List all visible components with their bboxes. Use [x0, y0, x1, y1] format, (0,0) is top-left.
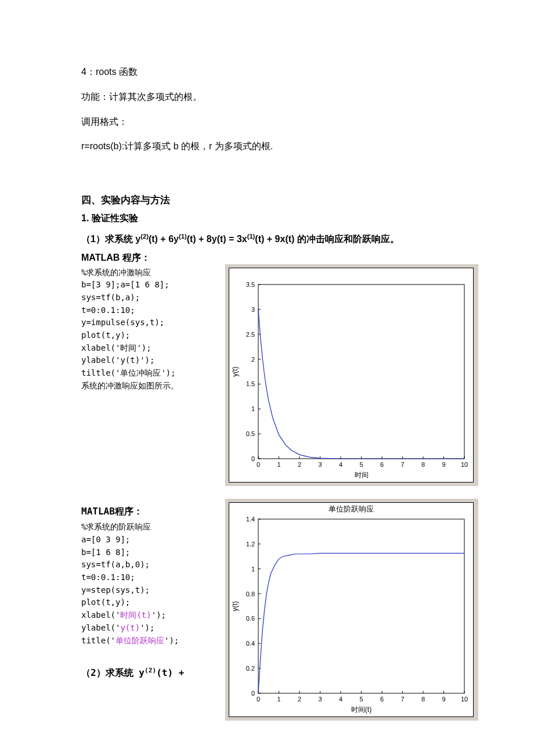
- svg-text:10: 10: [461, 696, 468, 703]
- chart-impulse: 01234567891000.511.522.533.5时间y(t): [229, 268, 474, 483]
- svg-text:y(t): y(t): [231, 366, 239, 376]
- code2-line: a=[0 3 9];: [81, 534, 215, 546]
- svg-text:3: 3: [251, 305, 255, 312]
- eq-b: (t) + 6y: [149, 235, 179, 244]
- code1-line: xlabel('时间');: [81, 342, 215, 355]
- svg-text:1: 1: [251, 405, 255, 412]
- eq-c: (t) + 8y(t) = 3x: [187, 235, 247, 244]
- eq-y: y: [135, 235, 140, 244]
- svg-text:0.5: 0.5: [246, 430, 255, 437]
- svg-text:0.6: 0.6: [246, 615, 255, 622]
- eq-d: (t) + 9x(t): [255, 235, 294, 244]
- code1-line: b=[3 9];a=[1 6 8];: [81, 279, 215, 291]
- chart1-svg: 01234567891000.511.522.533.5时间y(t): [229, 279, 473, 482]
- code2-line: xlabel('时间(t)');: [81, 609, 215, 622]
- problem2-sup: (2): [145, 667, 156, 674]
- eq-sup3: (1): [247, 233, 255, 240]
- chart-step: 单位阶跃响应 01234567891000.20.40.60.811.21.4时…: [229, 502, 474, 717]
- subsection-1: 1. 验证性实验: [81, 213, 459, 225]
- row-impulse: %求系统的冲激响应 b=[3 9];a=[1 6 8]; sys=tf(b,a)…: [81, 267, 459, 486]
- svg-text:0.8: 0.8: [246, 590, 255, 597]
- svg-text:9: 9: [442, 696, 445, 703]
- svg-text:7: 7: [400, 696, 404, 703]
- svg-text:1.4: 1.4: [246, 516, 255, 523]
- svg-text:3.5: 3.5: [246, 281, 255, 288]
- row-step: MATLAB程序： %求系统的阶跃响应a=[0 3 9];b=[1 6 8];s…: [81, 501, 459, 721]
- chart-step-wrapper: 单位阶跃响应 01234567891000.20.40.60.811.21.4时…: [225, 499, 478, 721]
- chart2-title: 单位阶跃响应: [229, 503, 473, 513]
- svg-text:10: 10: [461, 461, 468, 468]
- svg-text:0: 0: [257, 461, 260, 468]
- svg-text:4: 4: [339, 696, 342, 703]
- svg-text:1: 1: [277, 696, 280, 703]
- svg-text:3: 3: [318, 696, 322, 703]
- code1-line: sys=tf(b,a);: [81, 291, 215, 304]
- code1-line: %求系统的冲激响应: [81, 267, 215, 279]
- code1-line: 系统的冲激响应如图所示。: [81, 380, 215, 393]
- chart1-title: [229, 268, 473, 279]
- svg-text:时间: 时间: [355, 471, 369, 479]
- problem-2: （2）求系统 y(2)(t) +: [81, 665, 215, 681]
- svg-text:1: 1: [251, 565, 255, 572]
- svg-text:y(t): y(t): [231, 601, 239, 611]
- svg-text:4: 4: [339, 461, 342, 468]
- svg-text:1: 1: [277, 461, 280, 468]
- matlab-label-1: MATLAB 程序：: [81, 252, 459, 264]
- svg-text:2.5: 2.5: [246, 330, 255, 337]
- para-roots-title: 4：roots 函数: [81, 64, 459, 81]
- para-roots-format: 调用格式：: [81, 114, 459, 131]
- section-heading-4: 四、实验内容与方法: [81, 193, 459, 207]
- code2-line: plot(t,y);: [81, 596, 215, 609]
- svg-text:2: 2: [251, 355, 255, 362]
- svg-text:0: 0: [251, 690, 255, 697]
- eq-sup2: (1): [179, 233, 187, 240]
- code-block-1: %求系统的冲激响应 b=[3 9];a=[1 6 8]; sys=tf(b,a)…: [81, 267, 215, 393]
- svg-text:7: 7: [400, 461, 404, 468]
- svg-text:1.2: 1.2: [246, 540, 255, 547]
- svg-text:1.5: 1.5: [246, 380, 255, 387]
- chart2-svg: 01234567891000.20.40.60.811.21.4时间(t)y(t…: [229, 513, 473, 717]
- eq-sup1: (2): [140, 233, 149, 240]
- problem2-suffix: (t) +: [156, 668, 184, 679]
- svg-text:2: 2: [298, 696, 301, 703]
- svg-text:8: 8: [421, 461, 425, 468]
- svg-text:8: 8: [421, 696, 425, 703]
- para-roots-desc: r=roots(b):计算多项式 b 的根，r 为多项式的根.: [81, 138, 459, 155]
- svg-text:5: 5: [359, 461, 363, 468]
- svg-text:0.4: 0.4: [246, 640, 255, 647]
- code1-line: tiltle('单位冲响应');: [81, 367, 215, 380]
- svg-rect-0: [258, 285, 464, 459]
- svg-text:6: 6: [380, 461, 384, 468]
- matlab-label-2: MATLAB程序：: [81, 505, 215, 519]
- code2-line: t=0:0.1:10;: [81, 571, 215, 584]
- code1-line: t=0:0.1:10;: [81, 304, 215, 317]
- code2-line: y=step(sys,t);: [81, 584, 215, 597]
- svg-text:0: 0: [257, 696, 260, 703]
- chart-impulse-wrapper: 01234567891000.511.522.533.5时间y(t): [225, 264, 478, 486]
- code2-line: ylabel('y(t)');: [81, 622, 215, 635]
- code1-line: plot(t,y);: [81, 329, 215, 342]
- problem2-prefix: （2）求系统 y: [81, 668, 145, 679]
- code-block-2: MATLAB程序： %求系统的阶跃响应a=[0 3 9];b=[1 6 8];s…: [81, 501, 215, 681]
- svg-text:3: 3: [318, 461, 322, 468]
- code2-line: sys=tf(a,b,0);: [81, 559, 215, 571]
- code2-line: b=[1 6 8];: [81, 546, 215, 559]
- svg-text:0: 0: [251, 455, 255, 462]
- problem-1: （1）求系统 y(2)(t) + 6y(1)(t) + 8y(t) = 3x(1…: [81, 233, 459, 246]
- svg-text:0.2: 0.2: [246, 665, 255, 672]
- code2-line: title('单位阶跃响应');: [81, 635, 215, 647]
- svg-text:2: 2: [298, 461, 301, 468]
- problem1-prefix: （1）求系统: [81, 235, 135, 244]
- code1-line: y=impulse(sys,t);: [81, 316, 215, 329]
- svg-rect-41: [258, 519, 464, 693]
- document-page: 4：roots 函数 功能：计算其次多项式的根。 调用格式： r=roots(b…: [0, 0, 534, 744]
- svg-text:9: 9: [442, 461, 445, 468]
- code2-line: %求系统的阶跃响应: [81, 521, 215, 534]
- code1-line: ylabel('y(t)');: [81, 354, 215, 367]
- svg-text:5: 5: [359, 696, 363, 703]
- problem1-suffix: 的冲击响应和阶跃响应。: [294, 235, 399, 244]
- para-roots-func: 功能：计算其次多项式的根。: [81, 89, 459, 106]
- svg-text:时间(t): 时间(t): [351, 705, 371, 714]
- svg-text:6: 6: [380, 696, 384, 703]
